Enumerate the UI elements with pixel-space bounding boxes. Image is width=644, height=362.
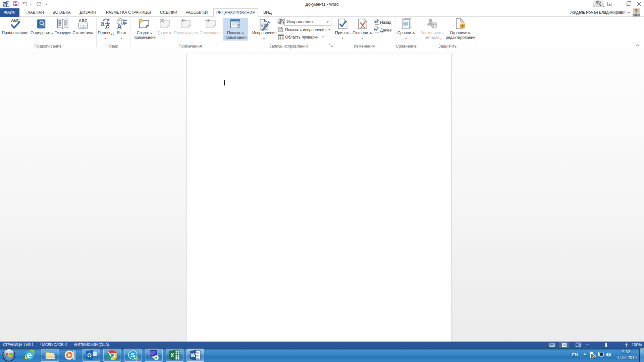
svg-text:123: 123 [79,23,87,28]
svg-text:А: А [117,23,122,30]
svg-text:ABC: ABC [79,18,88,23]
svg-text:a: a [101,19,105,27]
